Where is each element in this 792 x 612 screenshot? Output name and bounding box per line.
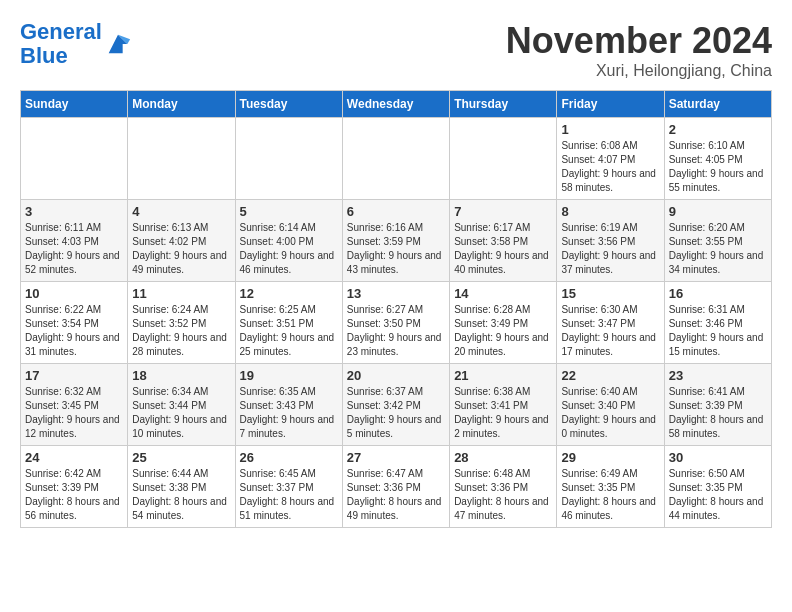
- day-number: 9: [669, 204, 767, 219]
- calendar-cell: 22Sunrise: 6:40 AM Sunset: 3:40 PM Dayli…: [557, 364, 664, 446]
- day-info: Sunrise: 6:49 AM Sunset: 3:35 PM Dayligh…: [561, 467, 659, 523]
- logo-general: General: [20, 19, 102, 44]
- day-info: Sunrise: 6:19 AM Sunset: 3:56 PM Dayligh…: [561, 221, 659, 277]
- day-info: Sunrise: 6:50 AM Sunset: 3:35 PM Dayligh…: [669, 467, 767, 523]
- day-number: 8: [561, 204, 659, 219]
- day-info: Sunrise: 6:47 AM Sunset: 3:36 PM Dayligh…: [347, 467, 445, 523]
- day-info: Sunrise: 6:28 AM Sunset: 3:49 PM Dayligh…: [454, 303, 552, 359]
- calendar-cell: 1Sunrise: 6:08 AM Sunset: 4:07 PM Daylig…: [557, 118, 664, 200]
- day-number: 18: [132, 368, 230, 383]
- calendar-cell: 14Sunrise: 6:28 AM Sunset: 3:49 PM Dayli…: [450, 282, 557, 364]
- calendar-cell: 4Sunrise: 6:13 AM Sunset: 4:02 PM Daylig…: [128, 200, 235, 282]
- day-info: Sunrise: 6:16 AM Sunset: 3:59 PM Dayligh…: [347, 221, 445, 277]
- calendar-cell: [450, 118, 557, 200]
- weekday-header: Thursday: [450, 91, 557, 118]
- weekday-row: SundayMondayTuesdayWednesdayThursdayFrid…: [21, 91, 772, 118]
- day-number: 25: [132, 450, 230, 465]
- day-number: 26: [240, 450, 338, 465]
- day-number: 24: [25, 450, 123, 465]
- calendar-cell: 10Sunrise: 6:22 AM Sunset: 3:54 PM Dayli…: [21, 282, 128, 364]
- logo: General Blue: [20, 20, 132, 68]
- calendar-cell: 23Sunrise: 6:41 AM Sunset: 3:39 PM Dayli…: [664, 364, 771, 446]
- calendar-cell: 27Sunrise: 6:47 AM Sunset: 3:36 PM Dayli…: [342, 446, 449, 528]
- day-info: Sunrise: 6:38 AM Sunset: 3:41 PM Dayligh…: [454, 385, 552, 441]
- day-info: Sunrise: 6:13 AM Sunset: 4:02 PM Dayligh…: [132, 221, 230, 277]
- day-number: 22: [561, 368, 659, 383]
- day-number: 20: [347, 368, 445, 383]
- weekday-header: Wednesday: [342, 91, 449, 118]
- calendar-cell: 9Sunrise: 6:20 AM Sunset: 3:55 PM Daylig…: [664, 200, 771, 282]
- day-info: Sunrise: 6:42 AM Sunset: 3:39 PM Dayligh…: [25, 467, 123, 523]
- header: General Blue November 2024 Xuri, Heilong…: [20, 20, 772, 80]
- day-info: Sunrise: 6:10 AM Sunset: 4:05 PM Dayligh…: [669, 139, 767, 195]
- weekday-header: Monday: [128, 91, 235, 118]
- day-info: Sunrise: 6:17 AM Sunset: 3:58 PM Dayligh…: [454, 221, 552, 277]
- day-info: Sunrise: 6:41 AM Sunset: 3:39 PM Dayligh…: [669, 385, 767, 441]
- day-info: Sunrise: 6:34 AM Sunset: 3:44 PM Dayligh…: [132, 385, 230, 441]
- weekday-header: Saturday: [664, 91, 771, 118]
- calendar-cell: 12Sunrise: 6:25 AM Sunset: 3:51 PM Dayli…: [235, 282, 342, 364]
- day-number: 14: [454, 286, 552, 301]
- calendar-week-row: 24Sunrise: 6:42 AM Sunset: 3:39 PM Dayli…: [21, 446, 772, 528]
- day-info: Sunrise: 6:37 AM Sunset: 3:42 PM Dayligh…: [347, 385, 445, 441]
- day-info: Sunrise: 6:14 AM Sunset: 4:00 PM Dayligh…: [240, 221, 338, 277]
- weekday-header: Sunday: [21, 91, 128, 118]
- calendar: SundayMondayTuesdayWednesdayThursdayFrid…: [20, 90, 772, 528]
- calendar-cell: 16Sunrise: 6:31 AM Sunset: 3:46 PM Dayli…: [664, 282, 771, 364]
- day-number: 2: [669, 122, 767, 137]
- calendar-cell: 28Sunrise: 6:48 AM Sunset: 3:36 PM Dayli…: [450, 446, 557, 528]
- calendar-cell: [128, 118, 235, 200]
- day-number: 4: [132, 204, 230, 219]
- calendar-header: SundayMondayTuesdayWednesdayThursdayFrid…: [21, 91, 772, 118]
- calendar-cell: 17Sunrise: 6:32 AM Sunset: 3:45 PM Dayli…: [21, 364, 128, 446]
- day-info: Sunrise: 6:11 AM Sunset: 4:03 PM Dayligh…: [25, 221, 123, 277]
- day-number: 5: [240, 204, 338, 219]
- day-info: Sunrise: 6:24 AM Sunset: 3:52 PM Dayligh…: [132, 303, 230, 359]
- day-info: Sunrise: 6:45 AM Sunset: 3:37 PM Dayligh…: [240, 467, 338, 523]
- day-number: 15: [561, 286, 659, 301]
- calendar-week-row: 10Sunrise: 6:22 AM Sunset: 3:54 PM Dayli…: [21, 282, 772, 364]
- day-number: 7: [454, 204, 552, 219]
- calendar-cell: 29Sunrise: 6:49 AM Sunset: 3:35 PM Dayli…: [557, 446, 664, 528]
- day-info: Sunrise: 6:08 AM Sunset: 4:07 PM Dayligh…: [561, 139, 659, 195]
- day-number: 12: [240, 286, 338, 301]
- month-title: November 2024: [506, 20, 772, 62]
- calendar-cell: 24Sunrise: 6:42 AM Sunset: 3:39 PM Dayli…: [21, 446, 128, 528]
- calendar-cell: 19Sunrise: 6:35 AM Sunset: 3:43 PM Dayli…: [235, 364, 342, 446]
- day-number: 3: [25, 204, 123, 219]
- day-number: 28: [454, 450, 552, 465]
- logo-icon: [104, 30, 132, 58]
- day-info: Sunrise: 6:20 AM Sunset: 3:55 PM Dayligh…: [669, 221, 767, 277]
- calendar-cell: 21Sunrise: 6:38 AM Sunset: 3:41 PM Dayli…: [450, 364, 557, 446]
- day-info: Sunrise: 6:35 AM Sunset: 3:43 PM Dayligh…: [240, 385, 338, 441]
- calendar-cell: 8Sunrise: 6:19 AM Sunset: 3:56 PM Daylig…: [557, 200, 664, 282]
- weekday-header: Friday: [557, 91, 664, 118]
- day-info: Sunrise: 6:27 AM Sunset: 3:50 PM Dayligh…: [347, 303, 445, 359]
- day-number: 6: [347, 204, 445, 219]
- day-number: 30: [669, 450, 767, 465]
- day-info: Sunrise: 6:25 AM Sunset: 3:51 PM Dayligh…: [240, 303, 338, 359]
- calendar-cell: 30Sunrise: 6:50 AM Sunset: 3:35 PM Dayli…: [664, 446, 771, 528]
- day-number: 19: [240, 368, 338, 383]
- calendar-cell: [342, 118, 449, 200]
- day-info: Sunrise: 6:31 AM Sunset: 3:46 PM Dayligh…: [669, 303, 767, 359]
- calendar-cell: 13Sunrise: 6:27 AM Sunset: 3:50 PM Dayli…: [342, 282, 449, 364]
- calendar-cell: 25Sunrise: 6:44 AM Sunset: 3:38 PM Dayli…: [128, 446, 235, 528]
- day-info: Sunrise: 6:30 AM Sunset: 3:47 PM Dayligh…: [561, 303, 659, 359]
- day-info: Sunrise: 6:44 AM Sunset: 3:38 PM Dayligh…: [132, 467, 230, 523]
- calendar-cell: 18Sunrise: 6:34 AM Sunset: 3:44 PM Dayli…: [128, 364, 235, 446]
- day-info: Sunrise: 6:22 AM Sunset: 3:54 PM Dayligh…: [25, 303, 123, 359]
- day-number: 11: [132, 286, 230, 301]
- logo-blue: Blue: [20, 43, 68, 68]
- calendar-cell: 26Sunrise: 6:45 AM Sunset: 3:37 PM Dayli…: [235, 446, 342, 528]
- day-number: 16: [669, 286, 767, 301]
- calendar-cell: 5Sunrise: 6:14 AM Sunset: 4:00 PM Daylig…: [235, 200, 342, 282]
- calendar-cell: 7Sunrise: 6:17 AM Sunset: 3:58 PM Daylig…: [450, 200, 557, 282]
- day-info: Sunrise: 6:32 AM Sunset: 3:45 PM Dayligh…: [25, 385, 123, 441]
- calendar-cell: 20Sunrise: 6:37 AM Sunset: 3:42 PM Dayli…: [342, 364, 449, 446]
- location-title: Xuri, Heilongjiang, China: [506, 62, 772, 80]
- calendar-week-row: 3Sunrise: 6:11 AM Sunset: 4:03 PM Daylig…: [21, 200, 772, 282]
- calendar-cell: [235, 118, 342, 200]
- day-number: 21: [454, 368, 552, 383]
- calendar-cell: 15Sunrise: 6:30 AM Sunset: 3:47 PM Dayli…: [557, 282, 664, 364]
